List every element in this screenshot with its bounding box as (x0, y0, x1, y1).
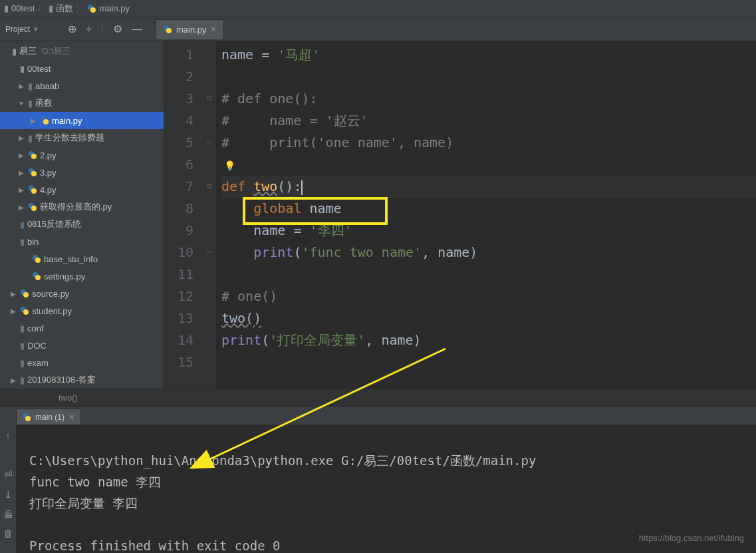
tree-4py[interactable]: ▶ 4.py (0, 181, 164, 198)
soft-wrap-icon[interactable]: ⏎ (4, 468, 13, 480)
code-fn: two (253, 178, 277, 194)
svg-point-9 (31, 171, 37, 176)
tree-xuesheng[interactable]: ▶▮ 学生分数去除费题 (0, 129, 164, 146)
expand-arrow-icon[interactable]: ▶ (17, 169, 25, 176)
close-icon[interactable]: ✕ (68, 413, 75, 422)
tree-hanshu[interactable]: ▼▮ 函数 (0, 94, 164, 112)
tree-settings[interactable]: settings.py (0, 268, 164, 285)
tree-label: exam (27, 358, 49, 368)
fold-marker-icon[interactable]: ⊟ (203, 176, 216, 198)
minimize-icon[interactable]: — (132, 23, 142, 35)
editor-tab-label: main.py (176, 25, 207, 35)
down-arrow-icon[interactable]: ↓ (5, 449, 11, 461)
tree-label: settings.py (44, 272, 85, 281)
code-text: name (301, 200, 341, 216)
expand-arrow-icon[interactable]: ▶ (17, 204, 25, 211)
scroll-to-end-icon[interactable]: ⤓ (4, 488, 13, 500)
expand-arrow-icon[interactable]: ▶ (9, 290, 17, 297)
crumb-3[interactable]: main.py (99, 3, 130, 13)
fold-marker-icon[interactable]: ⊟ (203, 88, 216, 110)
expand-arrow-icon[interactable]: ▶ (17, 186, 25, 194)
expand-arrow-icon[interactable]: ▶ (9, 307, 17, 315)
console-line: func two name 李四 (29, 474, 161, 489)
fold-end-icon: ⌐ (203, 242, 216, 264)
trash-icon[interactable]: 🗑 (3, 528, 13, 539)
text-cursor (301, 180, 303, 195)
expand-arrow-icon[interactable]: ▶ (17, 152, 25, 159)
editor-tab-main[interactable]: main.py ✕ (156, 19, 225, 39)
python-file-icon (28, 150, 37, 160)
code-string: '李四' (309, 222, 352, 238)
tree-doc[interactable]: ▮ DOC (0, 337, 164, 354)
tree-label: 获取得分最高的.py (40, 201, 112, 213)
tree-label: 函数 (35, 97, 53, 109)
tree-answer[interactable]: ▶▮ 2019083108-答案 (0, 371, 164, 389)
svg-point-1 (90, 7, 96, 13)
line-number: 15 (164, 351, 193, 373)
gear-icon[interactable]: ⚙ (113, 23, 122, 35)
project-tool-label[interactable]: Project ▼ (0, 25, 61, 34)
print-icon[interactable]: 🖶 (3, 508, 13, 520)
editor-tabstrip: main.py ✕ (156, 17, 225, 41)
code-editor[interactable]: 1 2 3 4 5 6 7 8 9 10 11 12 13 14 15 ⊟ ⌐ … (164, 41, 756, 389)
code-area[interactable]: 💡 name = '马超' # def one(): # name = '赵云'… (216, 41, 756, 389)
python-file-icon (32, 272, 41, 281)
code-builtin: print (253, 244, 293, 260)
folder-icon: ▮ (20, 64, 25, 74)
tree-basestu[interactable]: base_stu_info (0, 250, 164, 268)
up-arrow-icon[interactable]: ↑ (5, 430, 11, 441)
svg-point-21 (23, 309, 29, 315)
tree-3py[interactable]: ▶ 3.py (0, 164, 164, 181)
tree-conf[interactable]: ▮ conf (0, 319, 164, 337)
console-output[interactable]: C:\Users\python_hui\Anaconda3\python.exe… (16, 425, 756, 553)
tree-exam[interactable]: ▮ exam (0, 354, 164, 371)
line-number: 3 (164, 88, 193, 110)
collapse-icon[interactable]: ÷ (86, 23, 92, 35)
run-tool-window: ↑ ↓ ⏎ ⤓ 🖶 🗑 C:\Users\python_hui\Anaconda… (0, 425, 756, 553)
tree-label: bin (27, 237, 39, 247)
tree-fankuixitong[interactable]: ▮ 0815反馈系统 (0, 216, 164, 233)
tree-label: source.py (32, 289, 69, 299)
python-file-icon (28, 168, 37, 177)
line-number: 4 (164, 110, 193, 132)
collapse-arrow-icon[interactable]: ▼ (17, 100, 25, 107)
tree-mainpy[interactable]: ▶ main.py (0, 112, 164, 129)
code-builtin: print (221, 332, 261, 348)
code-text: ( (293, 244, 301, 260)
folder-icon: ▮ (20, 323, 25, 333)
tree-00test[interactable]: ▮ 00test (0, 60, 164, 77)
console-line: C:\Users\python_hui\Anaconda3\python.exe… (29, 453, 536, 468)
tree-source[interactable]: ▶ source.py (0, 285, 164, 302)
svg-point-23 (25, 416, 31, 421)
expand-arrow-icon[interactable]: ▶ (9, 377, 17, 384)
tree-label: 00test (27, 64, 51, 74)
close-icon[interactable]: ✕ (210, 25, 217, 34)
tree-label: 4.py (40, 185, 57, 195)
target-icon[interactable]: ⊕ (68, 23, 76, 35)
tree-huoqu[interactable]: ▶ 获取得分最高的.py (0, 198, 164, 216)
tree-student[interactable]: ▶ student.py (0, 302, 164, 319)
crumb-1[interactable]: 00test (11, 3, 35, 13)
run-tab-main[interactable]: main (1) ✕ (16, 409, 81, 425)
expand-arrow-icon[interactable]: ▶ (17, 134, 25, 142)
folder-icon: ▮ (28, 133, 33, 143)
code-comment: # print('one name', name) (221, 134, 453, 150)
tree-2py[interactable]: ▶ 2.py (0, 146, 164, 164)
run-tab-label: main (1) (35, 413, 64, 422)
expand-arrow-icon[interactable]: ▶ (29, 117, 37, 124)
line-number: 9 (164, 220, 193, 242)
crumb-2[interactable]: 函数 (56, 3, 73, 15)
breadcrumb-fn[interactable]: two() (59, 393, 78, 403)
tree-bin[interactable]: ▮ bin (0, 233, 164, 250)
tree-label: 3.py (40, 168, 57, 178)
line-number: 6 (164, 154, 193, 176)
tree-label: abaab (35, 81, 59, 91)
folder-icon: ▮ (4, 3, 9, 13)
lightbulb-icon[interactable]: 💡 (224, 155, 235, 177)
run-gutter: ↑ ↓ ⏎ ⤓ 🖶 🗑 (0, 425, 16, 553)
line-gutter: 1 2 3 4 5 6 7 8 9 10 11 12 13 14 15 (164, 41, 203, 389)
expand-arrow-icon[interactable]: ▶ (17, 83, 25, 90)
tree-abaab[interactable]: ▶▮ abaab (0, 77, 164, 94)
tree-root[interactable]: ▮ 易三 G:\易三 (0, 43, 164, 60)
fold-column: ⊟ ⌐ ⊟ ⌐ (203, 41, 216, 389)
